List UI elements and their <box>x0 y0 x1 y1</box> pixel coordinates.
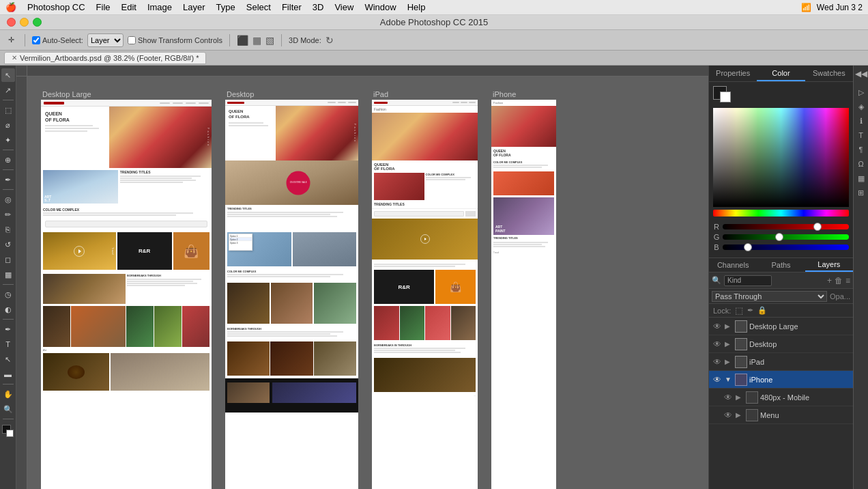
r-slider-thumb[interactable] <box>813 223 822 231</box>
menu-select[interactable]: Select <box>246 2 271 12</box>
expand-icon-ipad[interactable]: ▶ <box>725 358 733 365</box>
align-icon-2[interactable]: ▦ <box>252 35 261 46</box>
clone-tool[interactable]: ⎘ <box>1 223 15 236</box>
menu-layer[interactable]: Layer <box>183 2 205 12</box>
menu-window[interactable]: Window <box>364 2 396 12</box>
patterns-panel-icon[interactable]: ⊞ <box>856 187 867 198</box>
eraser-tool[interactable]: ◻ <box>1 253 15 266</box>
selection-tool[interactable]: ↖ <box>1 68 15 82</box>
direct-select-tool[interactable]: ↗ <box>1 83 15 97</box>
visibility-icon-480[interactable]: 👁 <box>724 393 734 402</box>
menu-3d[interactable]: 3D <box>313 2 324 12</box>
menu-type[interactable]: Type <box>216 2 235 12</box>
apple-menu[interactable]: 🍎 <box>5 2 16 12</box>
close-button[interactable] <box>7 18 16 27</box>
auto-select-checkbox[interactable] <box>32 36 40 44</box>
visibility-icon-ipad[interactable]: 👁 <box>713 357 723 367</box>
menu-edit[interactable]: Edit <box>121 2 136 12</box>
tab-properties[interactable]: Properties <box>709 66 757 81</box>
hue-bar[interactable] <box>713 210 849 216</box>
layer-480px[interactable]: 👁 ▶ 480px - Mobile <box>709 389 853 406</box>
artboard-ipad-content[interactable]: Fashion QUEENOF FLORA COLOR ME COMPLEX <box>372 100 478 489</box>
expand-icon-iphone[interactable]: ▼ <box>725 376 733 383</box>
g-slider-track[interactable] <box>723 234 849 240</box>
paragraph-panel-icon[interactable]: ¶ <box>856 144 867 155</box>
hand-tool[interactable]: ✋ <box>1 387 15 401</box>
history-panel-icon[interactable]: ▷ <box>856 87 867 98</box>
layer-menu[interactable]: 👁 ▶ Menu <box>709 406 853 424</box>
marquee-tool[interactable]: ⬚ <box>1 103 15 117</box>
info-panel-icon[interactable]: ℹ <box>856 115 867 126</box>
expand-icon-dl[interactable]: ▶ <box>725 322 733 330</box>
minimize-button[interactable] <box>20 18 29 27</box>
zoom-tool[interactable]: 🔍 <box>1 402 15 416</box>
glyphs-panel-icon[interactable]: Ω <box>856 158 867 169</box>
pen-tool[interactable]: ✒ <box>1 322 15 336</box>
spot-heal-tool[interactable]: ◎ <box>1 193 15 206</box>
blur-tool[interactable]: ◷ <box>1 288 15 301</box>
canvas-scroll-area[interactable]: Desktop Large <box>27 76 708 489</box>
gradient-tool[interactable]: ▦ <box>1 268 15 281</box>
history-tool[interactable]: ↺ <box>1 238 15 251</box>
layer-ipad[interactable]: 👁 ▶ iPad <box>709 353 853 371</box>
type-tool[interactable]: T <box>1 337 15 351</box>
tab-layers[interactable]: Layers <box>805 258 853 272</box>
dodge-tool[interactable]: ◐ <box>1 303 15 316</box>
align-icon-3[interactable]: ▧ <box>265 35 274 46</box>
tab-paths[interactable]: Paths <box>757 258 805 272</box>
delete-layer-icon[interactable]: 🗑 <box>835 276 843 285</box>
character-panel-icon[interactable]: T <box>856 130 867 141</box>
layer-iphone[interactable]: 👁 ▼ iPhone <box>709 371 853 389</box>
layer-desktop[interactable]: 👁 ▶ Desktop <box>709 335 853 353</box>
menu-filter[interactable]: Filter <box>282 2 302 12</box>
new-layer-icon[interactable]: + <box>827 276 832 285</box>
lock-all-icon[interactable]: 🔒 <box>757 306 767 315</box>
lock-position-icon[interactable]: ✒ <box>747 306 753 315</box>
blend-mode-select[interactable]: Pass Through Normal Multiply Screen <box>712 291 827 302</box>
visibility-icon-d[interactable]: 👁 <box>713 339 723 349</box>
document-tab[interactable]: ✕ Vermilion_Artboards.psd @ 38.2% (Foote… <box>4 52 206 64</box>
path-select-tool[interactable]: ↖ <box>1 352 15 366</box>
auto-select-dropdown[interactable]: Layer Group <box>87 33 124 47</box>
expand-icon-d[interactable]: ▶ <box>725 340 733 348</box>
tab-swatches[interactable]: Swatches <box>805 66 853 81</box>
artboard-iphone-content[interactable]: Fashion QUEENOF FLORA COLOR ME COMPLEX <box>491 100 556 489</box>
lock-pixels-icon[interactable]: ⬚ <box>735 305 743 316</box>
visibility-icon-menu[interactable]: 👁 <box>724 410 734 420</box>
tab-color[interactable]: Color <box>757 66 805 81</box>
bg-swatch[interactable] <box>720 92 731 102</box>
lasso-tool[interactable]: ⌀ <box>1 118 15 132</box>
shape-tool[interactable]: ▬ <box>1 367 15 381</box>
artboard-desktop-content[interactable]: QUEENOF FLORA Fashion <box>225 100 358 489</box>
adjustments-panel-icon[interactable]: ◈ <box>856 101 867 112</box>
3d-icon-1[interactable]: ↻ <box>326 35 334 46</box>
panel-toggle-icon[interactable]: ◀◀ <box>856 68 867 79</box>
layer-desktop-large[interactable]: 👁 ▶ Desktop Large <box>709 318 853 335</box>
align-icon-1[interactable]: ⬛ <box>237 35 248 46</box>
menu-image[interactable]: Image <box>147 2 172 12</box>
tab-close-icon[interactable]: ✕ <box>12 54 17 61</box>
move-tool-icon[interactable]: ✛ <box>4 33 18 47</box>
visibility-icon-iphone[interactable]: 👁 <box>713 375 723 385</box>
b-slider-thumb[interactable] <box>744 243 752 251</box>
transform-controls-checkbox[interactable] <box>128 36 136 44</box>
expand-icon-menu[interactable]: ▶ <box>736 411 744 419</box>
menu-help[interactable]: Help <box>407 2 426 12</box>
artboard-desktop-large-content[interactable]: QUEENOF FLORA Fashion <box>41 100 212 489</box>
color-spectrum[interactable] <box>713 108 849 207</box>
layers-search-input[interactable] <box>724 275 772 286</box>
r-slider-track[interactable] <box>723 224 849 229</box>
visibility-icon-dl[interactable]: 👁 <box>713 322 723 331</box>
b-slider-track[interactable] <box>723 244 849 250</box>
eyedropper-tool[interactable]: ✒ <box>1 173 15 186</box>
tab-channels[interactable]: Channels <box>709 258 757 272</box>
crop-tool[interactable]: ⊕ <box>1 153 15 167</box>
maximize-button[interactable] <box>33 18 42 27</box>
menu-file[interactable]: File <box>96 2 111 12</box>
expand-icon-480[interactable]: ▶ <box>736 393 744 401</box>
swatches-small-icon[interactable]: ▦ <box>856 173 867 184</box>
magic-wand-tool[interactable]: ✦ <box>1 133 15 147</box>
background-color[interactable] <box>6 430 14 437</box>
brush-tool[interactable]: ✏ <box>1 208 15 221</box>
layer-options-icon[interactable]: ≡ <box>845 276 850 285</box>
